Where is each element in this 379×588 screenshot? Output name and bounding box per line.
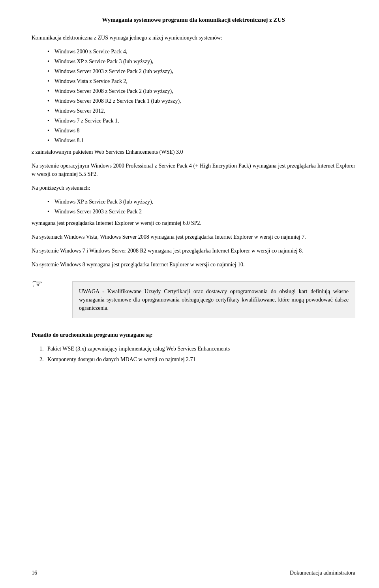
para1: Na systemie operacyjnym Windows 2000 Pro… bbox=[32, 162, 355, 178]
footer-label: Dokumentacja administratora bbox=[290, 570, 355, 576]
page-footer: 16 Dokumentacja administratora bbox=[0, 570, 379, 576]
page-number: 16 bbox=[32, 570, 37, 576]
list-item: Windows XP z Service Pack 3 (lub wyższy)… bbox=[47, 198, 355, 206]
additional-title-text: Ponadto do uruchomienia programu wymagan… bbox=[32, 332, 153, 338]
numbered-list-item: 2. Komponenty dostępu do danych MDAC w w… bbox=[39, 355, 355, 364]
list-item: Windows 8.1 bbox=[47, 136, 355, 145]
page-title: Wymagania systemowe programu dla komunik… bbox=[32, 16, 355, 24]
para3: wymagana jest przeglądarka Internet Expl… bbox=[32, 219, 355, 227]
page-container: Wymagania systemowe programu dla komunik… bbox=[0, 0, 379, 588]
numbered-list-item: 1. Pakiet WSE (3.x) zapewniający impleme… bbox=[39, 345, 355, 353]
list-item: Windows 2000 z Service Pack 4, bbox=[47, 47, 355, 56]
para6: Na systemie Windows 8 wymagana jest prze… bbox=[32, 260, 355, 269]
systems-bullet-list: Windows 2000 z Service Pack 4, Windows X… bbox=[47, 47, 355, 145]
list-item: Windows 7 z Service Pack 1, bbox=[47, 117, 355, 125]
list-item: Windows Vista z Service Pack 2, bbox=[47, 77, 355, 85]
list-item: Windows Server 2012, bbox=[47, 107, 355, 115]
list-item: Windows Server 2008 R2 z Service Pack 1 … bbox=[47, 97, 355, 105]
intro-paragraph: Komunikacja elektroniczna z ZUS wymaga j… bbox=[32, 34, 355, 42]
list-item: Windows Server 2003 z Service Pack 2 bbox=[47, 207, 355, 216]
para5: Na systemie Windows 7 i Windows Server 2… bbox=[32, 247, 355, 255]
wse-line: z zainstalowanym pakietem Web Services E… bbox=[32, 148, 355, 156]
list-item: Windows 8 bbox=[47, 126, 355, 135]
para4: Na systemach Windows Vista, Windows Serv… bbox=[32, 233, 355, 241]
list-item: Windows Server 2008 z Service Pack 2 (lu… bbox=[47, 87, 355, 95]
pointing-hand-icon: ☞ bbox=[32, 277, 43, 292]
additional-title: Ponadto do uruchomienia programu wymagan… bbox=[32, 331, 355, 339]
para2: Na poniższych systemach: bbox=[32, 184, 355, 192]
list-item: Windows Server 2003 z Service Pack 2 (lu… bbox=[47, 67, 355, 75]
note-box: UWAGA - Kwalifikowane Urzędy Certyfikacj… bbox=[72, 281, 355, 318]
numbered-list: 1. Pakiet WSE (3.x) zapewniający impleme… bbox=[39, 345, 355, 364]
list-item: Windows XP z Service Pack 3 (lub wyższy)… bbox=[47, 57, 355, 66]
note-wrapper: ☞ UWAGA - Kwalifikowane Urzędy Certyfika… bbox=[32, 275, 355, 324]
systems-bullet-list-2: Windows XP z Service Pack 3 (lub wyższy)… bbox=[47, 198, 355, 216]
